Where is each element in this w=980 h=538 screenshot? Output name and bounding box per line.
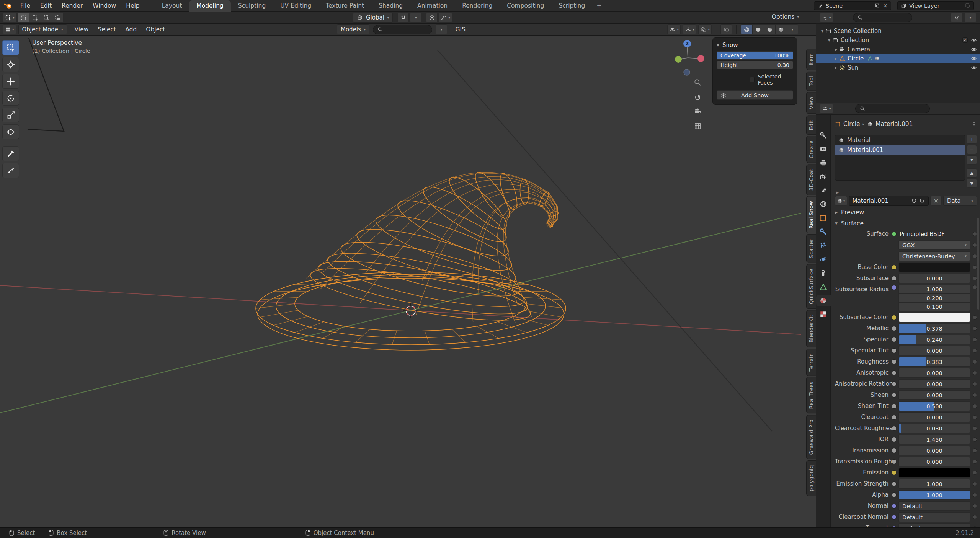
shading-options-dropdown[interactable]: ▾ bbox=[787, 24, 798, 34]
select-mode-2[interactable] bbox=[41, 13, 52, 23]
data-dropdown[interactable]: Data▾ bbox=[943, 196, 977, 206]
snap-toggle[interactable] bbox=[397, 13, 409, 23]
prop-subsurface-color-color[interactable] bbox=[899, 313, 970, 322]
properties-tab-world[interactable] bbox=[816, 198, 831, 210]
prop-christensen-burley-dropdown[interactable]: Christensen-Burley▾ bbox=[899, 252, 970, 261]
unlink-material-button[interactable]: × bbox=[930, 196, 942, 206]
prop-metallic-slider[interactable]: 0.378 bbox=[899, 324, 970, 333]
workspace-tab-texture-paint[interactable]: Texture Paint bbox=[318, 0, 371, 12]
viewport-3d[interactable]: ▾ Object Mode▾ ViewSelectAddObject Model… bbox=[0, 24, 816, 527]
remove-material-slot-button[interactable]: − bbox=[967, 145, 977, 154]
properties-tab-material[interactable] bbox=[816, 295, 831, 306]
select-mode-3[interactable] bbox=[52, 13, 64, 23]
expand-icon[interactable]: ▶ bbox=[833, 66, 839, 70]
prop-clearcoat-roughness-slider[interactable]: 0.030 bbox=[899, 424, 970, 433]
shading-material-button[interactable] bbox=[764, 24, 775, 34]
select-mode-1[interactable] bbox=[29, 13, 41, 23]
outliner-row-sun[interactable]: ▶Sun bbox=[816, 63, 980, 72]
collection-checkbox[interactable]: ✓ bbox=[962, 37, 968, 43]
properties-tab-constraints[interactable] bbox=[816, 267, 831, 279]
navigation-gizmo[interactable]: Z bbox=[670, 39, 708, 80]
blender-logo-icon[interactable] bbox=[4, 2, 12, 10]
move-slot-up-button[interactable]: ▲ bbox=[967, 168, 977, 178]
viewport-hand-button[interactable] bbox=[694, 93, 702, 101]
prop-clearcoat-normal-input[interactable]: Default bbox=[899, 513, 970, 522]
outliner-row-circle[interactable]: ▶Circle bbox=[816, 54, 980, 63]
properties-tab-tool[interactable] bbox=[816, 129, 831, 141]
visibility-toggle[interactable] bbox=[971, 65, 977, 71]
material-slot-material-001[interactable]: Material.001 bbox=[835, 145, 965, 155]
prop-sheen-slider[interactable]: 0.000 bbox=[899, 391, 970, 399]
surface-section-header[interactable]: ▼Surface bbox=[835, 218, 977, 228]
sidebar-tab-graswald-pro[interactable]: Graswald Pro bbox=[806, 415, 816, 459]
gizmos-dropdown[interactable]: ▾ bbox=[683, 24, 696, 34]
fake-user-toggle-icon[interactable] bbox=[911, 198, 917, 204]
shading-wireframe-button[interactable] bbox=[741, 24, 752, 34]
properties-search-input[interactable] bbox=[855, 104, 930, 113]
shading-solid-button[interactable] bbox=[752, 24, 764, 34]
prop-anisotropic-rotation-slider[interactable]: 0.000 bbox=[899, 380, 970, 388]
prop-ior-slider[interactable]: 1.450 bbox=[899, 435, 970, 444]
tool-annotate-button[interactable] bbox=[2, 146, 19, 161]
decorator-icon[interactable] bbox=[973, 504, 977, 508]
decorator-icon[interactable] bbox=[973, 437, 977, 442]
expand-icon[interactable]: ▶ bbox=[833, 48, 839, 51]
editor-type-dropdown[interactable]: ▾ bbox=[3, 24, 16, 34]
decorator-icon[interactable] bbox=[973, 232, 977, 236]
workspace-tab-animation[interactable]: Animation bbox=[410, 0, 455, 12]
pin-icon[interactable] bbox=[971, 121, 977, 127]
properties-scrollbar[interactable] bbox=[977, 218, 979, 310]
tool-cursor-button[interactable] bbox=[2, 57, 19, 72]
decorator-icon[interactable] bbox=[973, 371, 977, 375]
menu-window[interactable]: Window bbox=[88, 0, 121, 11]
decorator-icon[interactable] bbox=[973, 471, 977, 475]
proportional-editing-toggle[interactable] bbox=[426, 13, 438, 23]
prop-clearcoat-slider[interactable]: 0.000 bbox=[899, 413, 970, 422]
properties-tab-object[interactable] bbox=[816, 212, 831, 223]
decorator-icon[interactable] bbox=[973, 460, 977, 464]
overlays-dropdown[interactable]: ▾ bbox=[698, 24, 712, 34]
breadcrumb-material[interactable]: Material.001 bbox=[875, 121, 913, 127]
outliner-row-scene-collection[interactable]: ▼Scene Collection bbox=[816, 26, 980, 36]
decorator-icon[interactable] bbox=[973, 448, 977, 453]
workspace-tab-layout[interactable]: Layout bbox=[155, 0, 189, 12]
decorator-icon[interactable] bbox=[973, 285, 977, 289]
viewport-menu-add[interactable]: Add bbox=[121, 26, 141, 33]
prop-roughness-slider[interactable]: 0.383 bbox=[899, 357, 970, 366]
decorator-icon[interactable] bbox=[973, 349, 977, 353]
properties-tab-view-layer[interactable] bbox=[816, 171, 831, 182]
new-scene-icon[interactable] bbox=[875, 3, 880, 8]
decorator-icon[interactable] bbox=[973, 415, 977, 419]
decorator-icon[interactable] bbox=[973, 393, 977, 397]
properties-tab-scene[interactable] bbox=[816, 184, 831, 196]
tool-select-box-button[interactable] bbox=[2, 40, 19, 55]
add-material-slot-button[interactable]: + bbox=[967, 135, 977, 144]
decorator-icon[interactable] bbox=[973, 254, 977, 258]
preview-section-header[interactable]: ▶Preview bbox=[835, 207, 977, 217]
prop-specular-slider[interactable]: 0.240 bbox=[899, 335, 970, 344]
prop-ggx-dropdown[interactable]: GGX▾ bbox=[899, 241, 970, 249]
prop-transmission-slider[interactable]: 0.000 bbox=[899, 446, 970, 455]
prop-normal-input[interactable]: Default bbox=[899, 502, 970, 510]
menu-edit[interactable]: Edit bbox=[35, 0, 57, 11]
prop-emission-color[interactable] bbox=[899, 468, 970, 477]
options-dropdown[interactable]: Options▾ bbox=[772, 13, 799, 20]
asset-type-dropdown[interactable]: Models▾ bbox=[337, 24, 369, 34]
properties-editor-dropdown[interactable]: ▾ bbox=[820, 104, 833, 114]
expand-icon[interactable]: ▶ bbox=[833, 57, 839, 60]
decorator-icon[interactable] bbox=[973, 515, 977, 519]
menu-help[interactable]: Help bbox=[121, 0, 144, 11]
properties-tab-physics[interactable] bbox=[816, 253, 831, 265]
viewport-menu-object[interactable]: Object bbox=[141, 26, 170, 33]
prop-transmission-rough-slider[interactable]: 0.000 bbox=[899, 457, 970, 466]
sidebar-tab-real-trees[interactable]: Real Trees bbox=[806, 377, 816, 414]
sidebar-tab-edit[interactable]: Edit bbox=[806, 115, 816, 135]
properties-tab-texture[interactable] bbox=[816, 308, 831, 320]
viewport-zoom-button[interactable] bbox=[694, 78, 702, 86]
sidebar-tab-terrain[interactable]: Terrain bbox=[806, 349, 816, 376]
outliner-row-collection[interactable]: ▼Collection✓ bbox=[816, 36, 980, 45]
unlink-scene-button[interactable]: × bbox=[883, 3, 888, 9]
coverage-slider[interactable]: Coverage 100% bbox=[717, 51, 793, 60]
visibility-toggle[interactable] bbox=[971, 46, 977, 52]
decorator-icon[interactable] bbox=[973, 243, 977, 247]
